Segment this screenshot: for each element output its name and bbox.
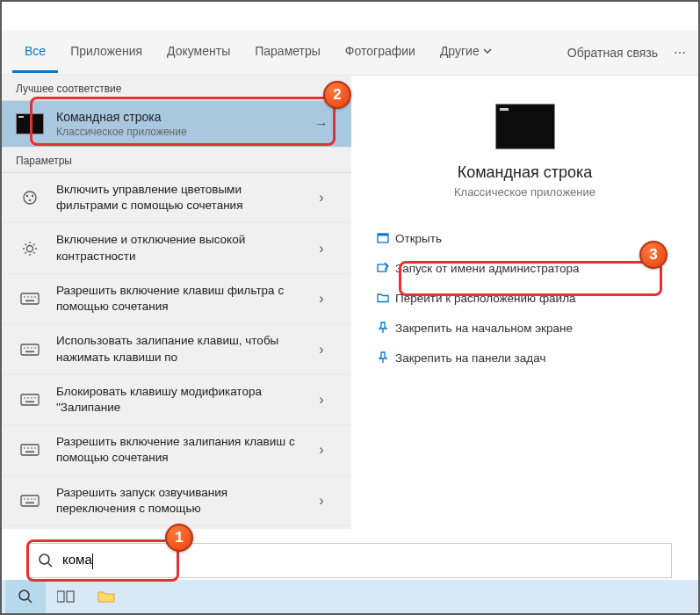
pin-icon: [371, 351, 395, 365]
filter-tabs: Все Приложения Документы Параметры Фотог…: [12, 32, 504, 73]
svg-line-12: [33, 243, 35, 245]
tab-all[interactable]: Все: [12, 32, 58, 73]
svg-rect-19: [21, 344, 39, 355]
pin-icon: [371, 321, 395, 335]
setting-result[interactable]: Использовать залипание клавиш, чтобы наж…: [2, 324, 351, 374]
chevron-right-icon[interactable]: ›: [304, 493, 339, 509]
chevron-right-icon[interactable]: ›: [304, 342, 339, 358]
svg-point-23: [34, 347, 36, 349]
taskbar-search[interactable]: [5, 580, 46, 613]
svg-point-21: [27, 347, 29, 349]
settings-section-header: Параметры: [2, 148, 351, 173]
arrow-right-icon[interactable]: →: [304, 116, 339, 132]
best-match-result[interactable]: Командная строка Классическое приложение…: [2, 101, 351, 148]
keyboard-icon: [14, 488, 46, 513]
svg-point-2: [32, 195, 33, 197]
svg-point-48: [19, 590, 29, 600]
chevron-right-icon[interactable]: ›: [304, 392, 339, 408]
search-icon: [18, 589, 33, 604]
svg-line-11: [25, 252, 27, 254]
action-folder[interactable]: Перейти к расположению файла: [369, 283, 681, 313]
svg-point-38: [24, 498, 25, 500]
svg-point-33: [27, 448, 29, 450]
tab-more[interactable]: Другие: [428, 32, 504, 73]
preview-subtitle: Классическое приложение: [369, 185, 681, 199]
svg-rect-37: [21, 496, 39, 506]
svg-point-3: [29, 199, 31, 201]
svg-rect-44: [378, 234, 388, 236]
action-pin[interactable]: Закрепить на панели задач: [369, 343, 681, 373]
search-input[interactable]: кома: [62, 552, 93, 568]
palette-icon: [14, 185, 46, 210]
svg-point-35: [34, 448, 36, 450]
taskbar-explorer[interactable]: [86, 580, 126, 613]
action-label: Перейти к расположению файла: [395, 292, 576, 305]
search-bar[interactable]: кома: [28, 543, 672, 578]
svg-point-40: [31, 498, 32, 500]
folder-icon: [97, 590, 115, 604]
sun-icon: [14, 236, 46, 261]
setting-result[interactable]: Разрешить включение залипания клавиш с п…: [2, 425, 351, 475]
svg-point-17: [34, 296, 36, 298]
keyboard-icon: [14, 387, 46, 412]
svg-line-10: [33, 252, 35, 254]
svg-rect-42: [25, 502, 34, 503]
setting-result[interactable]: Блокировать клавишу модификатора "Залипа…: [2, 375, 351, 425]
svg-point-27: [27, 397, 29, 399]
feedback-link[interactable]: Обратная связь: [567, 46, 658, 60]
taskbar: [2, 580, 698, 613]
search-icon: [38, 553, 54, 568]
tab-photos[interactable]: Фотографии: [333, 32, 428, 73]
tab-settings[interactable]: Параметры: [242, 32, 333, 73]
setting-result[interactable]: Разрешить запуск озвучивания переключени…: [2, 476, 351, 526]
more-options[interactable]: ⋯: [674, 46, 688, 60]
chevron-right-icon[interactable]: ›: [304, 190, 339, 206]
svg-rect-45: [378, 264, 386, 271]
setting-result[interactable]: Включение и отключение высокой контрастн…: [2, 223, 351, 273]
setting-title: Разрешить запуск озвучивания переключени…: [56, 485, 304, 517]
taskbar-task-view[interactable]: [46, 580, 86, 613]
svg-point-15: [27, 296, 29, 298]
svg-rect-50: [57, 591, 64, 602]
setting-result[interactable]: Разрешить включение клавиш фильтра с пом…: [2, 274, 351, 324]
action-label: Открыть: [395, 232, 442, 245]
tab-apps[interactable]: Приложения: [58, 32, 155, 73]
keyboard-icon: [14, 337, 46, 362]
result-title: Командная строка: [56, 110, 304, 124]
svg-rect-36: [25, 452, 34, 453]
setting-result[interactable]: Включить управление цветовыми фильтрами …: [2, 173, 351, 223]
action-pin[interactable]: Закрепить на начальном экране: [369, 313, 681, 343]
svg-point-1: [26, 195, 28, 197]
results-panel: Лучшее соответствие Командная строка Кла…: [2, 76, 351, 529]
preview-title: Командная строка: [369, 163, 681, 182]
svg-point-32: [24, 448, 25, 450]
annotation-badge-1: 1: [165, 524, 193, 552]
keyboard-icon: [14, 286, 46, 311]
action-label: Запуск от имени администратора: [395, 262, 580, 275]
svg-point-26: [24, 397, 25, 399]
svg-point-39: [27, 498, 29, 500]
svg-rect-13: [21, 293, 39, 304]
svg-rect-31: [21, 445, 39, 455]
action-open[interactable]: Открыть: [369, 223, 681, 253]
action-admin[interactable]: Запуск от имени администратора: [369, 253, 681, 283]
annotation-badge-2: 2: [323, 81, 351, 109]
preview-panel: Командная строка Классическое приложение…: [351, 76, 698, 529]
chevron-right-icon[interactable]: ›: [304, 291, 339, 307]
svg-rect-24: [25, 351, 34, 352]
tab-documents[interactable]: Документы: [155, 32, 242, 73]
chevron-right-icon[interactable]: ›: [304, 442, 339, 458]
task-view-icon: [57, 590, 75, 604]
setting-title: Включить управление цветовыми фильтрами …: [56, 182, 304, 213]
admin-icon: [371, 261, 395, 275]
setting-title: Включение и отключение высокой контрастн…: [56, 232, 304, 264]
svg-point-28: [31, 397, 32, 399]
svg-rect-18: [25, 300, 34, 302]
search-header: Все Приложения Документы Параметры Фотог…: [2, 30, 698, 76]
svg-point-41: [34, 498, 36, 500]
folder-icon: [371, 291, 395, 305]
setting-title: Разрешить включение залипания клавиш с п…: [56, 434, 304, 466]
chevron-down-icon: [483, 48, 492, 54]
chevron-right-icon[interactable]: ›: [304, 241, 339, 257]
open-icon: [371, 231, 395, 245]
